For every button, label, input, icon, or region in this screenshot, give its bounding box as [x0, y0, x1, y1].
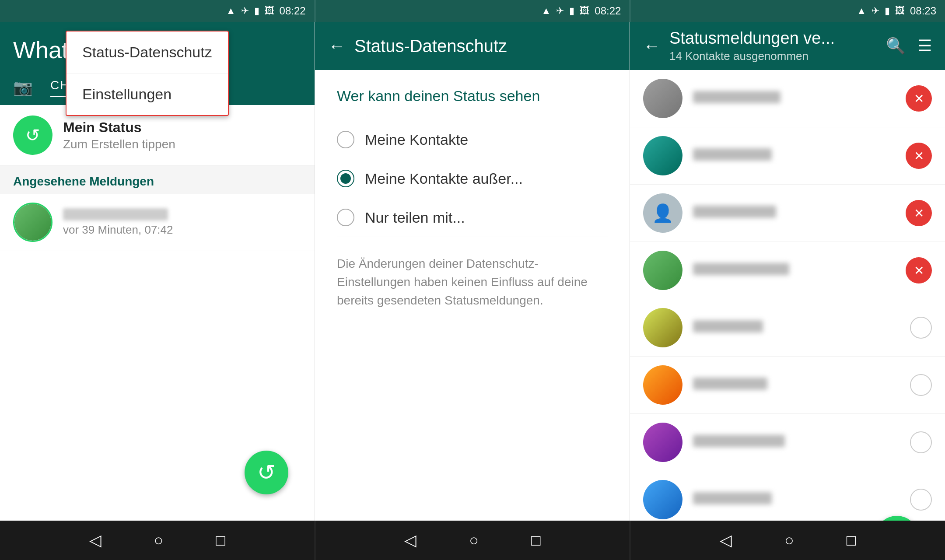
my-status-avatar: ↺ [13, 116, 52, 155]
contact-status-item[interactable]: vor 39 Minuten, 07:42 [0, 194, 315, 251]
contact-avatar-r2 [643, 136, 682, 175]
panel2-content: Wer kann deinen Status sehen Meine Konta… [315, 70, 630, 521]
contact-avatar-r6 [643, 365, 682, 405]
nav-bar: ◁ ○ □ ◁ ○ □ ◁ ○ □ [0, 521, 945, 560]
dropdown-item-settings[interactable]: Einstellungen [66, 74, 228, 115]
menu-icon[interactable]: ☰ [918, 37, 932, 55]
contact-row-info-2 [693, 148, 895, 163]
check-circle-5[interactable] [910, 317, 932, 339]
contact-avatar-inner-1 [14, 204, 51, 241]
panel3-title: Statusmeldungen ve... [669, 29, 877, 48]
contact-row-info-8 [693, 492, 900, 507]
panel3-relative: ← Statusmeldungen ve... 14 Kontakte ausg… [630, 22, 945, 521]
remove-button-4[interactable]: ✕ [906, 257, 932, 284]
privacy-note: Die Änderungen deiner Datenschutz-Einste… [337, 255, 608, 310]
image-icon-2: 🖼 [580, 5, 589, 17]
fab-refresh[interactable]: ↺ [245, 451, 288, 494]
contact-avatar-r4 [643, 251, 682, 290]
contact-avatar-1 [13, 203, 52, 242]
check-circle-8[interactable] [910, 489, 932, 511]
remove-button-3[interactable]: ✕ [906, 200, 932, 226]
search-icon[interactable]: 🔍 [886, 37, 906, 55]
radio-circle-share [337, 209, 354, 226]
panel2-title: Status-Datenschutz [354, 36, 507, 56]
contact-name-r1 [693, 91, 780, 103]
contact-info-1: vor 39 Minuten, 07:42 [63, 208, 173, 237]
nav-section-2: ◁ ○ □ [315, 521, 630, 560]
dropdown-item-status[interactable]: Status-Datenschutz [66, 32, 228, 74]
contact-time-1: vor 39 Minuten, 07:42 [63, 223, 173, 237]
panel2-privacy: ← Status-Datenschutz Wer kann deinen Sta… [315, 22, 630, 521]
radio-circle-all [337, 131, 354, 148]
dropdown-menu: Status-Datenschutz Einstellungen [66, 31, 229, 116]
wifi-icon-3: ▲ [857, 5, 866, 17]
panel3-header-info: Statusmeldungen ve... 14 Kontakte ausgen… [669, 29, 877, 63]
status-bar: ▲ ✈ ▮ 🖼 08:22 ▲ ✈ ▮ 🖼 08:22 ▲ ✈ ▮ 🖼 08:2… [0, 0, 945, 22]
camera-icon[interactable]: 📷 [13, 78, 33, 97]
remove-button-2[interactable]: ✕ [906, 143, 932, 169]
nav-back-2[interactable]: ◁ [400, 527, 421, 554]
contact-row-6[interactable] [630, 357, 945, 414]
panel2-back-button[interactable]: ← [328, 36, 346, 56]
contact-row-8[interactable] [630, 471, 945, 521]
radio-option-all-contacts[interactable]: Meine Kontakte [337, 120, 608, 159]
status-bar-panel1: ▲ ✈ ▮ 🖼 08:22 [0, 0, 315, 22]
panel3-back-button[interactable]: ← [643, 36, 661, 56]
contact-name-blur-1 [63, 208, 168, 220]
radio-inner-except [340, 173, 351, 184]
nav-back-3[interactable]: ◁ [715, 527, 736, 554]
radio-label-share: Nur teilen mit... [365, 209, 465, 226]
airplane-icon-2: ✈ [556, 5, 564, 17]
contact-row-2[interactable]: ✕ [630, 127, 945, 185]
contact-name-r5 [693, 320, 763, 332]
contact-row-3[interactable]: 👤 ✕ [630, 185, 945, 242]
check-circle-7[interactable] [910, 431, 932, 453]
radio-circle-except [337, 170, 354, 187]
contact-name-r8 [693, 492, 772, 504]
check-circle-6[interactable] [910, 374, 932, 396]
remove-button-1[interactable]: ✕ [906, 85, 932, 112]
contact-name-r6 [693, 378, 767, 390]
contact-avatar-r5 [643, 308, 682, 347]
nav-home-2[interactable]: ○ [465, 527, 483, 554]
panel1-header: WhatsApp Status-Datenschutz Einstellunge… [0, 22, 315, 70]
nav-recent-1[interactable]: □ [211, 527, 230, 554]
wifi-icon-2: ▲ [542, 5, 551, 17]
battery-icon-3: ▮ [885, 5, 890, 17]
panel3-exclusion: ← Statusmeldungen ve... 14 Kontakte ausg… [630, 22, 945, 521]
contact-row-5[interactable] [630, 299, 945, 357]
airplane-icon-3: ✈ [872, 5, 879, 17]
nav-home-3[interactable]: ○ [780, 527, 798, 554]
contact-row-1[interactable]: ✕ [630, 70, 945, 127]
time-2: 08:22 [595, 5, 621, 17]
panel3-subtitle: 14 Kontakte ausgenommen [669, 49, 877, 63]
nav-back-1[interactable]: ◁ [85, 527, 106, 554]
refresh-icon: ↺ [25, 125, 40, 145]
contact-row-info-1 [693, 91, 895, 106]
nav-recent-2[interactable]: □ [527, 527, 545, 554]
contact-row-info-3 [693, 206, 895, 220]
wifi-icon-1: ▲ [226, 5, 236, 17]
section-label-viewed: Angesehene Meldungen [0, 166, 315, 194]
panel2-header: ← Status-Datenschutz [315, 22, 630, 70]
fab-refresh-icon: ↺ [257, 460, 276, 485]
radio-option-share-only[interactable]: Nur teilen mit... [337, 198, 608, 237]
nav-recent-3[interactable]: □ [842, 527, 861, 554]
image-icon-1: 🖼 [265, 5, 274, 17]
contact-avatar-r7 [643, 423, 682, 462]
contact-row-7[interactable] [630, 414, 945, 471]
contact-row-info-4 [693, 263, 895, 278]
panel1-whatsapp: WhatsApp Status-Datenschutz Einstellunge… [0, 22, 315, 521]
nav-section-1: ◁ ○ □ [0, 521, 315, 560]
nav-home-1[interactable]: ○ [150, 527, 168, 554]
panel3-header: ← Statusmeldungen ve... 14 Kontakte ausg… [630, 22, 945, 70]
battery-icon-1: ▮ [254, 5, 259, 17]
contacts-list: ✕ ✕ 👤 ✕ [630, 70, 945, 521]
image-icon-3: 🖼 [895, 5, 905, 17]
contact-row-info-6 [693, 378, 900, 392]
radio-option-except[interactable]: Meine Kontakte außer... [337, 159, 608, 198]
contact-row-4[interactable]: ✕ [630, 242, 945, 299]
status-bar-panel3: ▲ ✈ ▮ 🖼 08:23 [630, 0, 945, 22]
contact-avatar-r8 [643, 480, 682, 519]
time-1: 08:22 [280, 5, 306, 17]
